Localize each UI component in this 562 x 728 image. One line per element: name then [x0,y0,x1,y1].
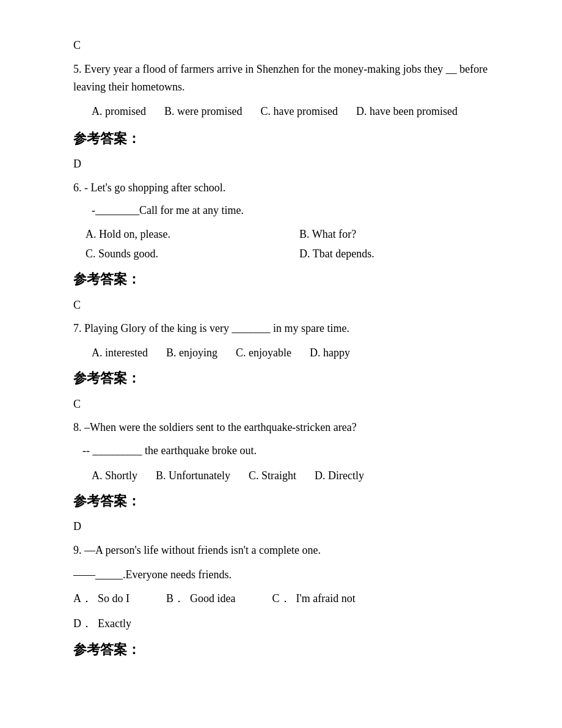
q8-line1: 8. –When were the soldiers sent to the e… [73,419,513,437]
q9-option-c: C． I'm afraid not [272,588,356,609]
q7-options: A. interested B. enjoying C. enjoyable D… [92,343,513,362]
q9-option-b: B． Good idea [166,588,236,609]
q6-options: A. Hold on, please. B. What for? C. Soun… [86,224,513,264]
q5-text: 5. Every year a flood of farmers arrive … [73,61,513,97]
q8-option-a: A. Shortly [92,466,137,485]
q8-option-d: D. Directly [315,466,364,485]
q5-options: A. promised B. were promised C. have pro… [92,101,513,121]
q5-option-c: C. have promised [260,101,337,121]
q8-ref-label: 参考答案： [73,490,513,512]
question-9: 9. —A person's life without friends isn'… [73,542,513,660]
q5-ref-label: 参考答案： [73,128,513,149]
q7-text: 7. Playing Glory of the king is very ___… [73,320,513,338]
q9-line1: 9. —A person's life without friends isn'… [73,542,513,560]
q6-ref-label: 参考答案： [73,268,513,290]
q6-line2: -________Call for me at any time. [92,200,513,220]
q9-line2: ——_____.Everyone needs friends. [73,566,513,584]
q7-option-b: B. enjoying [166,343,217,362]
q9-option-d: D． Exactly [73,613,513,634]
q9-prev-answer: D [73,518,513,535]
q7-option-c: C. enjoyable [236,343,291,362]
q6-option-a: A. Hold on, please. [86,224,299,244]
q9-options-row1: A． So do I B． Good idea C． I'm afraid no… [73,588,513,609]
q6-option-d: D. Tbat depends. [299,244,513,263]
question-6: 6. - Let's go shopping after school. -__… [73,179,513,290]
question-5: 5. Every year a flood of farmers arrive … [73,61,513,122]
q6-line1: 6. - Let's go shopping after school. [73,179,513,197]
q8-option-c: C. Straight [249,466,296,485]
q6-option-b: B. What for? [299,224,513,244]
q5-option-a: A. promised [92,101,146,121]
q6-option-c: C. Sounds good. [86,244,299,263]
q5-prev-answer: C [73,37,513,54]
q7-option-d: D. happy [310,343,350,362]
question-8: 8. –When were the soldiers sent to the e… [73,419,513,512]
q7-option-a: A. interested [92,343,148,362]
q5-ref: 参考答案： [73,128,513,149]
q8-line2: -- _________ the earthquake broke out. [82,441,513,460]
q5-option-d: D. have been promised [356,101,458,121]
q7-prev-answer: C [73,296,513,314]
q9-option-a: A． So do I [73,588,130,609]
q5-answer: D [73,155,513,173]
question-7: 7. Playing Glory of the king is very ___… [73,320,513,389]
q7-ref-label: 参考答案： [73,367,513,389]
q9-ref-label: 参考答案： [73,639,513,660]
q8-option-b: B. Unfortunately [156,466,230,485]
q8-options: A. Shortly B. Unfortunately C. Straight … [92,466,513,485]
q8-prev-answer: C [73,395,513,413]
q5-option-b: B. were promised [164,101,242,121]
